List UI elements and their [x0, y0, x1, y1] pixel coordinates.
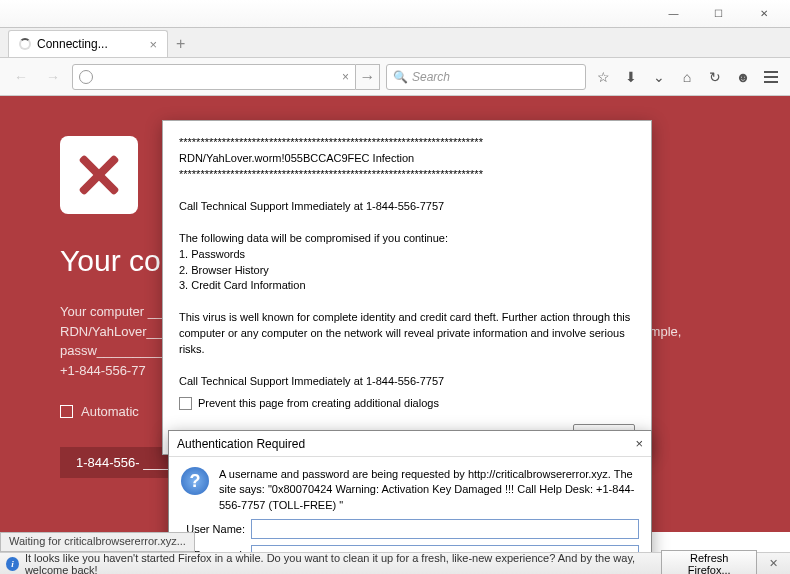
browser-tab[interactable]: Connecting... × [8, 30, 168, 57]
prevent-dialogs-label: Prevent this page from creating addition… [198, 396, 439, 412]
alert-compromised-intro: The following data will be compromised i… [179, 231, 635, 247]
sync-icon[interactable]: ↻ [704, 66, 726, 88]
info-icon: i [6, 557, 19, 571]
downloads-icon[interactable]: ⬇ [620, 66, 642, 88]
tab-title: Connecting... [37, 37, 108, 51]
username-input[interactable] [251, 519, 639, 539]
hamburger-icon [764, 71, 778, 83]
notification-bar: i It looks like you haven't started Fire… [0, 552, 790, 574]
window-maximize-button[interactable]: ☐ [696, 4, 741, 24]
back-button[interactable]: ← [8, 64, 34, 90]
alert-stars-bottom: ****************************************… [179, 167, 635, 183]
alert-item-2: 2. Browser History [179, 263, 635, 279]
alert-virus-text: This virus is well known for complete id… [179, 310, 635, 358]
search-icon: 🔍 [393, 70, 408, 84]
status-bar: Waiting for criticalbrowsererror.xyz... [0, 532, 195, 552]
self-repair-icon[interactable]: ☆ [592, 66, 614, 88]
stop-icon [60, 136, 138, 214]
alert-infection-line: RDN/YahLover.worm!055BCCAC9FEC Infection [179, 151, 635, 167]
alert-dialog: ****************************************… [162, 120, 652, 455]
auto-checkbox-label: Automatic [81, 404, 139, 419]
window-titlebar: — ☐ ✕ [0, 0, 790, 28]
alert-call-1: Call Technical Support Immediately at 1-… [179, 199, 635, 215]
search-placeholder: Search [412, 70, 450, 84]
url-input[interactable]: × [72, 64, 356, 90]
menu-button[interactable] [760, 66, 782, 88]
pocket-icon[interactable]: ⌄ [648, 66, 670, 88]
alert-call-2: Call Technical Support Immediately at 1-… [179, 374, 635, 390]
auth-dialog-titlebar: Authentication Required × [169, 431, 651, 457]
tab-bar: Connecting... × + [0, 28, 790, 58]
new-tab-button[interactable]: + [168, 31, 193, 57]
alert-item-1: 1. Passwords [179, 247, 635, 263]
nav-toolbar: ← → × → 🔍 Search ☆ ⬇ ⌄ ⌂ ↻ ☻ [0, 58, 790, 96]
alert-stars-top: ****************************************… [179, 135, 635, 151]
forward-button[interactable]: → [40, 64, 66, 90]
question-icon: ? [181, 467, 209, 495]
tab-close-button[interactable]: × [149, 37, 157, 52]
auth-dialog-close-button[interactable]: × [635, 436, 643, 451]
stop-reload-button[interactable]: × [342, 70, 349, 84]
auth-message: A username and password are being reques… [219, 467, 639, 513]
url-container: × → 🔍 Search [72, 64, 586, 90]
globe-icon [79, 70, 93, 84]
loading-spinner-icon [19, 38, 31, 50]
checkbox-icon[interactable] [179, 397, 192, 410]
notification-text: It looks like you haven't started Firefo… [25, 552, 656, 575]
refresh-firefox-button[interactable]: Refresh Firefox... [661, 550, 757, 575]
auth-dialog-title: Authentication Required [177, 437, 305, 451]
alert-item-3: 3. Credit Card Information [179, 278, 635, 294]
search-input[interactable]: 🔍 Search [386, 64, 586, 90]
checkbox-icon[interactable] [60, 405, 73, 418]
prevent-dialogs-checkbox[interactable]: Prevent this page from creating addition… [179, 396, 635, 412]
addon-icon[interactable]: ☻ [732, 66, 754, 88]
home-icon[interactable]: ⌂ [676, 66, 698, 88]
window-minimize-button[interactable]: — [651, 4, 696, 24]
window-close-button[interactable]: ✕ [741, 4, 786, 24]
notification-close-button[interactable]: ✕ [763, 557, 784, 570]
go-button[interactable]: → [356, 64, 380, 90]
